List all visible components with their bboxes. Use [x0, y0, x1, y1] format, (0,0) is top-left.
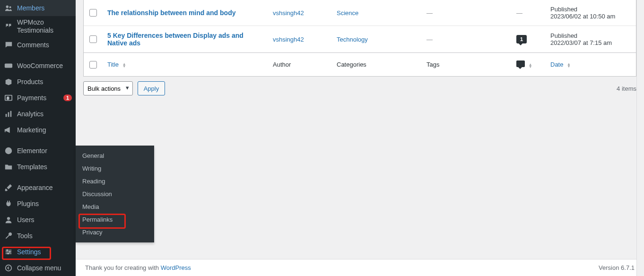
sidebar-item-label: Templates — [17, 163, 72, 171]
post-status: Published — [550, 32, 631, 39]
sidebar-item-woocommerce[interactable]: WooCommerce — [0, 58, 76, 74]
post-date: 2023/06/02 at 10:50 am — [550, 13, 615, 20]
sidebar-item-elementor[interactable]: Elementor — [0, 143, 76, 159]
sidebar-item-templates[interactable]: Templates — [0, 159, 76, 175]
date-cell: Published 2022/03/07 at 7:15 am — [546, 30, 636, 48]
sidebar-item-collapse[interactable]: Collapse menu — [0, 260, 76, 276]
svg-rect-5 — [6, 114, 7, 117]
author-link[interactable]: vshsingh42 — [273, 36, 304, 43]
sidebar-item-payments[interactable]: $ Payments 1 — [0, 90, 76, 106]
elementor-icon — [4, 146, 13, 155]
sidebar-item-appearance[interactable]: Appearance — [0, 180, 76, 196]
svg-point-11 — [9, 251, 11, 253]
svg-point-12 — [7, 253, 9, 255]
sort-icon: ▲▼ — [122, 63, 126, 68]
sidebar-item-label: Appearance — [17, 184, 72, 192]
comments-empty: — — [516, 9, 522, 17]
author-link[interactable]: vshsingh42 — [273, 9, 304, 17]
select-all-checkbox[interactable] — [89, 61, 97, 69]
svg-text:$: $ — [7, 96, 9, 100]
bulk-actions-select[interactable]: Bulk actions — [83, 81, 133, 95]
submenu-item-media[interactable]: Media — [76, 200, 154, 213]
sidebar-item-label: Comments — [17, 41, 72, 49]
dollar-icon: $ — [4, 93, 13, 103]
brush-icon — [4, 183, 13, 192]
sidebar-item-products[interactable]: Products — [0, 74, 76, 90]
posts-table: The relationship between mind and body v… — [83, 0, 636, 77]
users-icon — [4, 3, 13, 13]
sidebar-item-label: Collapse menu — [17, 264, 72, 272]
admin-sidebar: Members WPMozo Testimonials Comments Woo… — [0, 0, 76, 276]
submenu-item-writing[interactable]: Writing — [76, 162, 154, 175]
comment-count-bubble[interactable]: 1 — [516, 35, 527, 43]
scrollbar[interactable] — [636, 0, 644, 276]
sidebar-item-users[interactable]: Users — [0, 212, 76, 228]
post-title-link[interactable]: 5 Key Differences between Display ads an… — [107, 32, 244, 47]
sidebar-item-members[interactable]: Members — [0, 0, 76, 16]
sidebar-item-label: WPMozo Testimonials — [17, 18, 72, 34]
sidebar-item-label: Tools — [17, 232, 72, 240]
collapse-icon — [4, 263, 13, 273]
submenu-item-general[interactable]: General — [76, 149, 154, 162]
svg-point-10 — [7, 250, 9, 251]
submenu-item-discussion[interactable]: Discussion — [76, 188, 154, 200]
category-link[interactable]: Science — [337, 9, 358, 17]
settings-submenu: General Writing Reading Discussion Media… — [76, 146, 154, 242]
main-content: The relationship between mind and body v… — [76, 0, 644, 276]
box-icon — [4, 77, 13, 86]
table-row: The relationship between mind and body v… — [84, 0, 636, 26]
svg-rect-7 — [10, 111, 12, 117]
sidebar-item-label: Payments — [17, 94, 60, 102]
submenu-item-permalinks[interactable]: Permalinks — [76, 213, 154, 226]
apply-button[interactable]: Apply — [138, 81, 165, 95]
sidebar-item-tools[interactable]: Tools — [0, 228, 76, 244]
sidebar-item-label: Members — [17, 4, 72, 12]
post-status: Published — [550, 6, 631, 13]
sidebar-item-analytics[interactable]: Analytics — [0, 106, 76, 122]
table-footer-header: Title ▲▼ Author Categories Tags ▲▼ Date … — [84, 52, 636, 76]
folder-icon — [4, 162, 13, 172]
post-title-link[interactable]: The relationship between mind and body — [107, 9, 235, 17]
sidebar-item-label: Products — [17, 78, 72, 86]
sidebar-item-label: Settings — [17, 248, 72, 256]
row-checkbox[interactable] — [89, 35, 97, 43]
column-categories: Categories — [337, 61, 366, 68]
svg-point-0 — [6, 6, 9, 8]
column-author: Author — [273, 61, 291, 68]
sidebar-item-label: Users — [17, 216, 72, 224]
woocommerce-icon — [4, 61, 13, 70]
sidebar-item-marketing[interactable]: Marketing — [0, 122, 76, 138]
post-date: 2022/03/07 at 7:15 am — [550, 39, 612, 46]
tags-empty: — — [426, 36, 433, 43]
sidebar-item-label: Plugins — [17, 200, 72, 208]
submenu-item-privacy[interactable]: Privacy — [76, 226, 154, 239]
wordpress-link[interactable]: WordPress — [161, 264, 191, 271]
payments-badge: 1 — [63, 95, 72, 101]
table-nav-bottom: Bulk actions Apply 4 items — [83, 81, 636, 95]
sidebar-item-wpmozo[interactable]: WPMozo Testimonials — [0, 16, 76, 37]
svg-point-9 — [7, 217, 10, 220]
sidebar-item-plugins[interactable]: Plugins — [0, 196, 76, 212]
tags-empty: — — [426, 9, 433, 17]
sort-icon: ▲▼ — [529, 63, 532, 68]
column-title[interactable]: Title — [107, 61, 119, 68]
chart-bar-icon — [4, 109, 13, 119]
column-date[interactable]: Date — [550, 61, 563, 68]
svg-point-8 — [5, 147, 12, 154]
sidebar-item-comments[interactable]: Comments — [0, 37, 76, 53]
comments-column-icon[interactable] — [516, 60, 525, 67]
table-row: 5 Key Differences between Display ads an… — [84, 26, 636, 52]
sidebar-item-settings[interactable]: Settings — [0, 244, 76, 260]
svg-point-13 — [6, 265, 12, 271]
sidebar-item-label: Elementor — [17, 147, 72, 155]
category-link[interactable]: Technology — [337, 36, 368, 43]
plug-icon — [4, 199, 13, 208]
row-checkbox[interactable] — [89, 9, 97, 17]
footer-version: Version 6.7.1 — [599, 264, 635, 271]
sidebar-item-label: Analytics — [17, 110, 72, 118]
submenu-item-reading[interactable]: Reading — [76, 175, 154, 188]
item-count: 4 items — [617, 85, 636, 92]
sort-icon: ▲▼ — [567, 63, 571, 68]
svg-rect-6 — [8, 112, 9, 117]
column-tags: Tags — [426, 61, 439, 68]
